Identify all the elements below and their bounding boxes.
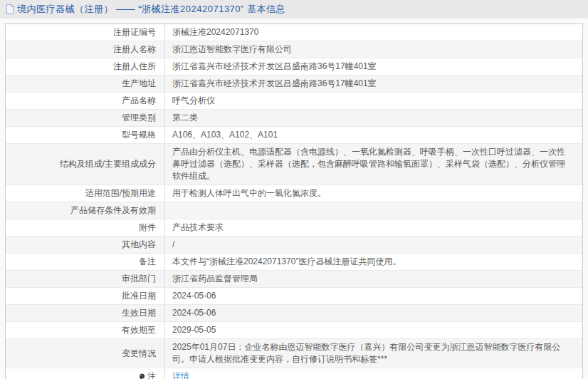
table-row: 产品名称 呼气分析仪	[6, 92, 582, 109]
row-value: 浙江省药品监督管理局	[165, 271, 582, 287]
table-row: 审批部门 浙江省药品监督管理局	[6, 270, 582, 287]
row-label: 结构及组成/主要组成成分	[6, 144, 165, 185]
table-row: 批准日期 2024-05-06	[6, 287, 582, 304]
table-row: 适用范围/预期用途 用于检测人体呼出气中的一氧化氮浓度。	[6, 185, 582, 202]
row-label: 注册人住所	[6, 58, 165, 75]
row-label: 注册人名称	[6, 41, 165, 58]
row-value: 浙械注准20242071370	[165, 24, 582, 41]
row-label: 备注	[6, 254, 165, 270]
page-header: 境内医疗器械（注册） —— “浙械注准20242071370” 基本信息	[0, 0, 588, 19]
row-label-text: 附件	[139, 222, 156, 234]
row-value-text: 产品由分析仪主机、电源适配器（含电源线）、一氧化氮检测器、呼吸手柄、一次性口呼过…	[172, 146, 572, 182]
row-value-text: 本文件与“浙械注准20242071370”医疗器械注册证共同使用。	[172, 256, 401, 268]
table-row: 型号规格 A106、A103、A102、A101	[6, 126, 582, 143]
row-value-text: 2029-05-05	[172, 324, 216, 336]
document-icon	[6, 4, 14, 14]
row-label-text: 批准日期	[122, 290, 156, 302]
row-label-text: 生产地址	[122, 78, 156, 90]
registration-info-table: 注册证编号 浙械注准20242071370 注册人名称 浙江恩迈智能数字医疗有限…	[5, 24, 583, 379]
row-label-text: 产品储存条件及有效期	[70, 204, 156, 217]
table-row: 生效日期 2024-05-06	[6, 304, 582, 321]
page-title: 境内医疗器械（注册） —— “浙械注准20242071370” 基本信息	[17, 3, 285, 16]
row-value: 浙江省嘉兴市经济技术开发区昌盛南路36号17幢401室	[165, 76, 582, 92]
row-label-text: 型号规格	[122, 129, 156, 141]
row-label: 产品储存条件及有效期	[6, 202, 165, 219]
row-label-text: 注册证编号	[113, 26, 156, 38]
row-label: 审批部门	[6, 271, 165, 287]
row-label-text: 生效日期	[122, 307, 156, 319]
row-value-text: 第二类	[172, 112, 198, 124]
row-label: 管理类别	[6, 110, 165, 126]
row-value: 呼气分析仪	[165, 93, 582, 109]
row-value-text: 浙江省嘉兴市经济技术开发区昌盛南路36号17幢401室	[172, 78, 377, 90]
row-label-text: 注册人住所	[113, 61, 156, 73]
table-row: 附件 产品技术要求	[6, 219, 582, 236]
row-value-text: 浙江恩迈智能数字医疗有限公司	[172, 43, 292, 56]
table-row: 其他内容 /	[6, 236, 582, 253]
table-row: 生产地址 浙江省嘉兴市经济技术开发区昌盛南路36号17幢401室	[6, 75, 582, 92]
row-label-text: 有效期至	[122, 324, 156, 336]
table-row: 变更情况 2025年01月07日：企业名称由恩迈智能数字医疗（嘉兴）有限公司变更…	[6, 338, 582, 368]
row-label: 产品名称	[6, 93, 165, 109]
row-label-text: 注	[147, 370, 156, 379]
row-value-text: 产品技术要求	[172, 222, 224, 234]
row-value-text: 浙江省药品监督管理局	[172, 273, 258, 285]
row-value-text: 浙械注准20242071370	[172, 26, 258, 38]
row-value: 用于检测人体呼出气中的一氧化氮浓度。	[165, 185, 582, 202]
row-value-text: 用于检测人体呼出气中的一氧化氮浓度。	[172, 187, 326, 199]
row-value-text: 2024-05-06	[172, 307, 216, 319]
row-label-text: 产品名称	[122, 95, 156, 107]
row-value: 产品由分析仪主机、电源适配器（含电源线）、一氧化氮检测器、呼吸手柄、一次性口呼过…	[165, 144, 582, 185]
row-value	[165, 202, 582, 219]
row-value-text: A106、A103、A102、A101	[172, 129, 278, 141]
row-label-text: 适用范围/预期用途	[85, 187, 156, 199]
row-value-text: 2024-05-06	[172, 290, 216, 302]
row-label: 生效日期	[6, 305, 165, 321]
row-label: 有效期至	[6, 322, 165, 338]
table-row: 管理类别 第二类	[6, 109, 582, 126]
table-row: 注册证编号 浙械注准20242071370	[6, 24, 582, 41]
row-label: 生产地址	[6, 76, 165, 92]
row-label: 批准日期	[6, 288, 165, 304]
row-value: 第二类	[165, 110, 582, 126]
row-label-text: 管理类别	[122, 112, 156, 124]
row-label: 注册证编号	[6, 24, 165, 41]
row-label-text: 变更情况	[122, 348, 156, 360]
note-balloon-icon	[139, 373, 145, 379]
row-value: 产品技术要求	[165, 219, 582, 236]
row-label: 型号规格	[6, 127, 165, 143]
details-link[interactable]: 详情	[172, 370, 189, 379]
row-label: 变更情况	[6, 339, 165, 368]
row-label-text: 备注	[139, 256, 156, 268]
row-label: 注	[6, 368, 165, 379]
table-row: 产品储存条件及有效期	[6, 202, 582, 219]
row-value: 2024-05-06	[165, 305, 582, 321]
row-value: /	[165, 237, 582, 253]
row-label: 其他内容	[6, 237, 165, 253]
row-value-text: /	[172, 239, 174, 251]
row-value: 2029-05-05	[165, 322, 582, 338]
row-value: 本文件与“浙械注准20242071370”医疗器械注册证共同使用。	[165, 254, 582, 270]
row-value-text: 呼气分析仪	[172, 95, 215, 107]
row-value: 2025年01月07日：企业名称由恩迈智能数字医疗（嘉兴）有限公司变更为浙江恩迈…	[165, 339, 582, 368]
row-label-text: 审批部门	[122, 273, 156, 285]
row-label-text: 结构及组成/主要组成成分	[60, 158, 156, 170]
table-row: 注册人住所 浙江省嘉兴市经济技术开发区昌盛南路36号17幢401室	[6, 58, 582, 75]
row-label: 附件	[6, 219, 165, 236]
row-value: A106、A103、A102、A101	[165, 127, 582, 143]
table-row: 注册人名称 浙江恩迈智能数字医疗有限公司	[6, 41, 582, 58]
row-value-text: 浙江省嘉兴市经济技术开发区昌盛南路36号17幢401室	[172, 61, 377, 73]
row-label-text: 注册人名称	[113, 43, 156, 56]
row-value: 浙江省嘉兴市经济技术开发区昌盛南路36号17幢401室	[165, 58, 582, 75]
table-row: 注 详情	[6, 368, 582, 379]
row-value: 浙江恩迈智能数字医疗有限公司	[165, 41, 582, 58]
table-row: 备注 本文件与“浙械注准20242071370”医疗器械注册证共同使用。	[6, 253, 582, 270]
row-value: 详情	[165, 368, 582, 379]
row-label-text: 其他内容	[122, 239, 156, 251]
row-label: 适用范围/预期用途	[6, 185, 165, 202]
table-row: 有效期至 2029-05-05	[6, 321, 582, 338]
row-value: 2024-05-06	[165, 288, 582, 304]
row-value-text: 2025年01月07日：企业名称由恩迈智能数字医疗（嘉兴）有限公司变更为浙江恩迈…	[172, 341, 572, 365]
table-row: 结构及组成/主要组成成分 产品由分析仪主机、电源适配器（含电源线）、一氧化氮检测…	[6, 143, 582, 185]
